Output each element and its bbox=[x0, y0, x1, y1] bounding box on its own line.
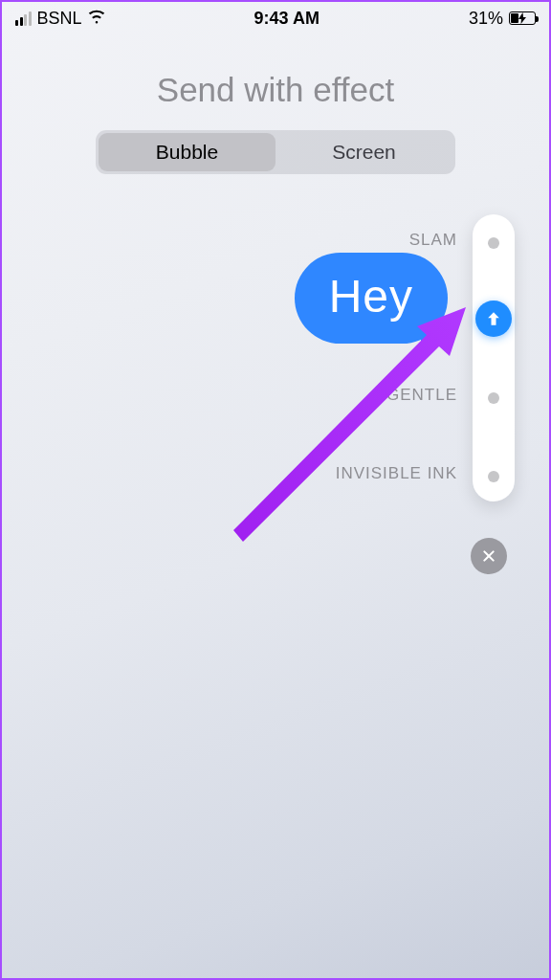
status-left: BSNL bbox=[15, 8, 105, 30]
effect-dot-slam[interactable] bbox=[488, 237, 499, 249]
status-bar: BSNL 9:43 AM 31% bbox=[2, 2, 549, 34]
tab-screen[interactable]: Screen bbox=[276, 133, 452, 171]
effect-label-gentle: GENTLE bbox=[386, 386, 457, 405]
bubble-tail-icon bbox=[421, 317, 453, 345]
message-text: Hey bbox=[329, 271, 413, 322]
battery-percent: 31% bbox=[469, 9, 503, 29]
screen: BSNL 9:43 AM 31% Send with effect Bubble… bbox=[0, 0, 551, 980]
effect-dot-invisible-ink[interactable] bbox=[488, 471, 499, 482]
message-bubble: Hey bbox=[295, 253, 448, 344]
effect-label-invisible-ink: INVISIBLE INK bbox=[336, 464, 457, 483]
cellular-signal-icon bbox=[15, 11, 32, 26]
effect-selector-rail bbox=[473, 214, 515, 501]
battery-icon bbox=[509, 11, 536, 25]
wifi-icon bbox=[88, 8, 105, 30]
status-right: 31% bbox=[469, 9, 536, 29]
tab-bubble[interactable]: Bubble bbox=[99, 133, 276, 171]
effect-label-slam: SLAM bbox=[409, 231, 457, 250]
clock: 9:43 AM bbox=[254, 9, 320, 29]
send-button[interactable] bbox=[475, 301, 512, 337]
arrow-up-icon bbox=[484, 309, 503, 328]
page-title: Send with effect bbox=[2, 71, 549, 109]
carrier-label: BSNL bbox=[37, 9, 82, 29]
effect-dot-gentle[interactable] bbox=[488, 392, 499, 404]
close-icon bbox=[481, 548, 496, 564]
segmented-control[interactable]: Bubble Screen bbox=[96, 130, 455, 174]
cancel-button[interactable] bbox=[471, 538, 507, 574]
